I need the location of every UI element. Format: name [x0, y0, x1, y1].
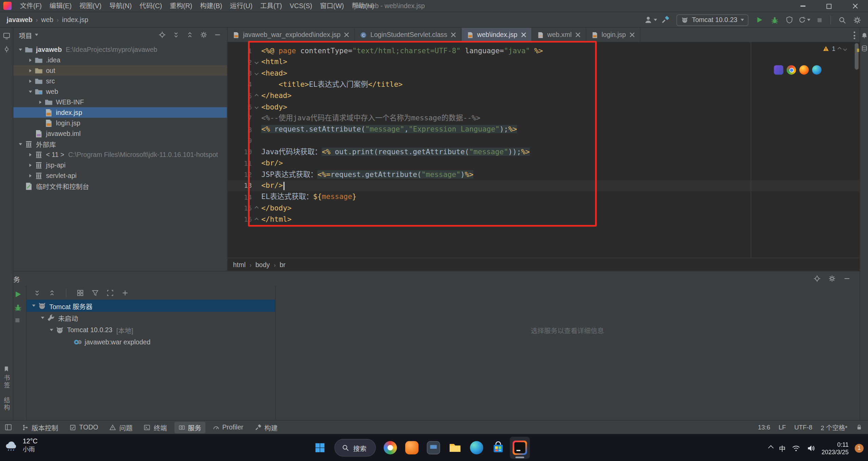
service-row-artifact[interactable]: ?javaweb:war exploded — [26, 336, 275, 348]
idea-logo-icon[interactable] — [3, 2, 12, 10]
tool-button-problems[interactable]: 问题 — [106, 421, 136, 433]
project-tool-icon[interactable] — [2, 32, 10, 40]
structure-tool-button[interactable]: 结构 — [2, 397, 11, 411]
network-icon[interactable] — [792, 444, 800, 453]
menu-item-vcs[interactable]: VCS(S) — [286, 0, 316, 12]
tree-row-idea[interactable]: .idea — [13, 55, 227, 65]
gutter-row[interactable]: 14 — [227, 192, 261, 203]
commit-tool-icon[interactable] — [2, 45, 10, 53]
service-row-tomcat-local[interactable]: Tomcat 10.0.23[本地] — [26, 324, 275, 336]
taskbar-app-photos[interactable] — [380, 437, 400, 459]
tool-button-vcs[interactable]: 版本控制 — [18, 421, 62, 433]
fold-icon[interactable] — [254, 72, 259, 76]
tab-web-indexjsp[interactable]: web\index.jsp — [461, 28, 532, 42]
tree-row-scratches[interactable]: 临时文件和控制台 — [13, 181, 227, 191]
breadcrumb-file[interactable]: index.jsp — [62, 16, 88, 23]
tab-webxml[interactable]: </>web.xml — [532, 28, 586, 42]
code-line[interactable]: Java代码块获取：<% out.print(request.getAttrib… — [261, 146, 860, 158]
tool-button-services[interactable]: 服务 — [174, 421, 205, 433]
gutter-row-current[interactable]: 13 — [227, 180, 261, 192]
service-row-tomcat-server[interactable]: Tomcat 服务器 — [26, 300, 275, 312]
tree-row-out[interactable]: out — [13, 65, 227, 76]
breadcrumb-body[interactable]: body — [256, 261, 280, 268]
debug-button[interactable] — [768, 13, 781, 26]
service-row-not-started[interactable]: 未启动 — [26, 312, 275, 324]
tree-row-webinf[interactable]: WEB-INF — [13, 97, 227, 107]
tool-button-terminal[interactable]: 终端 — [140, 421, 171, 433]
gutter-row[interactable]: 2 — [227, 57, 261, 68]
menu-item-refactor[interactable]: 重构(R) — [166, 0, 196, 12]
menu-item-tools[interactable]: 工具(T) — [256, 0, 286, 12]
close-icon[interactable] — [629, 32, 635, 38]
editor-scrollbar[interactable] — [855, 43, 858, 69]
fold-icon[interactable] — [254, 218, 259, 222]
hide-panel-icon[interactable] — [843, 275, 851, 282]
gear-icon[interactable] — [828, 275, 836, 282]
code-line[interactable]: <html> — [261, 57, 860, 68]
tabs-more-button[interactable] — [853, 32, 855, 39]
lock-icon[interactable] — [856, 424, 863, 431]
close-icon[interactable] — [451, 32, 456, 38]
close-button[interactable] — [842, 0, 868, 12]
gutter-row[interactable]: 8 — [227, 124, 261, 135]
stop-button[interactable] — [813, 13, 826, 26]
code-line[interactable]: JSP表达式获取：<%=request.getAttribute("messag… — [261, 169, 860, 180]
code-line[interactable]: <%@ page contentType="text/html;charset=… — [261, 45, 860, 57]
code-line[interactable]: EL表达式获取：${message} — [261, 192, 860, 203]
tree-row-iml[interactable]: javaweb.iml — [13, 128, 227, 139]
tool-button-todo[interactable]: TODO — [65, 422, 102, 432]
firefox-icon[interactable] — [799, 65, 809, 75]
prev-warning-icon[interactable] — [837, 47, 842, 51]
volume-icon[interactable] — [807, 444, 815, 453]
code-line[interactable]: <%--使用java代码在请求域中存入一个名称为message的数据--%> — [261, 113, 860, 124]
database-tool-icon[interactable] — [861, 45, 868, 52]
gutter-row[interactable]: 6 — [227, 102, 261, 113]
chrome-icon[interactable] — [787, 65, 796, 75]
gutter-row[interactable]: 11 — [227, 158, 261, 169]
menu-item-code[interactable]: 代码(C) — [136, 0, 166, 12]
tree-row-loginjsp[interactable]: login.jsp — [13, 118, 227, 128]
gutter-row[interactable]: 7 — [227, 113, 261, 124]
taskbar-app-edge[interactable] — [467, 437, 487, 459]
tree-row-src[interactable]: src — [13, 76, 227, 86]
tool-window-switcher-icon[interactable] — [4, 423, 12, 431]
services-splitter[interactable] — [275, 286, 276, 420]
locate-file-icon[interactable] — [158, 31, 166, 39]
minimize-button[interactable] — [790, 0, 816, 12]
notification-badge[interactable]: 1 — [855, 444, 864, 453]
breadcrumb-html[interactable]: html — [233, 261, 256, 268]
expand-all-icon[interactable] — [33, 289, 41, 297]
breadcrumb-folder[interactable]: web — [41, 16, 62, 23]
close-icon[interactable] — [575, 32, 580, 38]
gutter-row[interactable]: 16 — [227, 214, 261, 225]
tab-loginstudentservlet[interactable]: CLoginStudentServlet.class — [355, 28, 461, 42]
caret-position[interactable]: 13:6 — [758, 424, 770, 431]
search-everywhere-button[interactable] — [835, 13, 849, 26]
menu-item-run[interactable]: 运行(U) — [226, 0, 256, 12]
indent-setting[interactable]: 2 个空格* — [820, 423, 847, 432]
tray-chevron-up-icon[interactable] — [768, 445, 774, 451]
tool-button-profiler[interactable]: Profiler — [208, 422, 247, 432]
tree-row-project-root[interactable]: javawebE:\IdeaProjects\mypro\javaweb — [13, 44, 227, 55]
code-line[interactable]: </html> — [261, 214, 860, 225]
menu-item-window[interactable]: 窗口(W) — [316, 0, 348, 12]
code-line[interactable]: <title>EL表达式入门案例</title> — [261, 79, 860, 90]
tree-row-servletapi[interactable]: servlet-api — [13, 170, 227, 181]
group-by-icon[interactable] — [76, 289, 84, 297]
maximize-button[interactable] — [816, 0, 842, 12]
run-icon[interactable] — [14, 290, 22, 298]
build-project-button[interactable] — [659, 13, 672, 26]
tree-row-jdk[interactable]: < 11 >C:\Program Files\Microsoft\jdk-11.… — [13, 149, 227, 160]
code-line[interactable]: <head> — [261, 68, 860, 79]
gutter-row[interactable]: 1 — [227, 45, 261, 57]
inspections-widget[interactable]: 1 — [823, 45, 846, 52]
gutter-row[interactable]: 4 — [227, 79, 261, 90]
tree-row-web[interactable]: web — [13, 86, 227, 97]
gutter-row[interactable]: 3 — [227, 68, 261, 79]
run-button[interactable] — [753, 13, 766, 26]
rerun-button[interactable] — [798, 13, 811, 26]
fold-icon[interactable] — [254, 60, 259, 64]
filter-icon[interactable] — [91, 289, 99, 297]
gear-icon[interactable] — [200, 31, 208, 39]
bug-icon[interactable] — [14, 303, 22, 312]
